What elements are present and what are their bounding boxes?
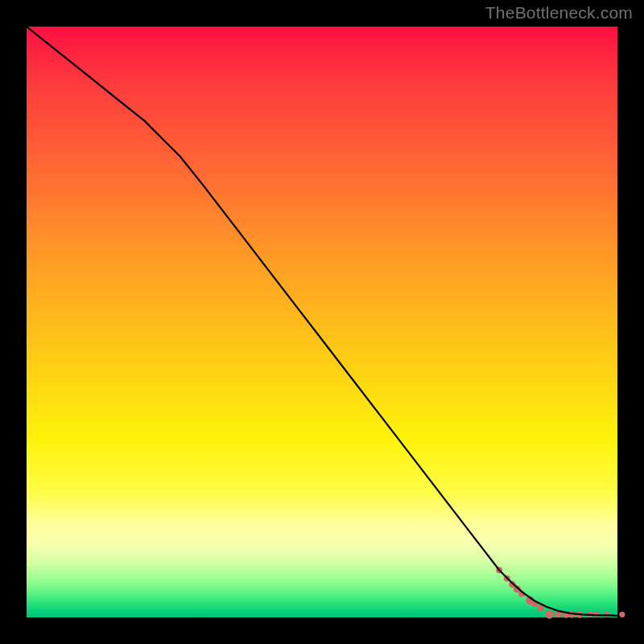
data-point (545, 610, 554, 619)
watermark-label: TheBottleneck.com (485, 3, 633, 23)
chart-frame: TheBottleneck.com (0, 0, 644, 644)
data-point (619, 612, 625, 617)
line-series (27, 27, 617, 616)
chart-overlay (27, 27, 617, 617)
plot-area (27, 27, 617, 617)
